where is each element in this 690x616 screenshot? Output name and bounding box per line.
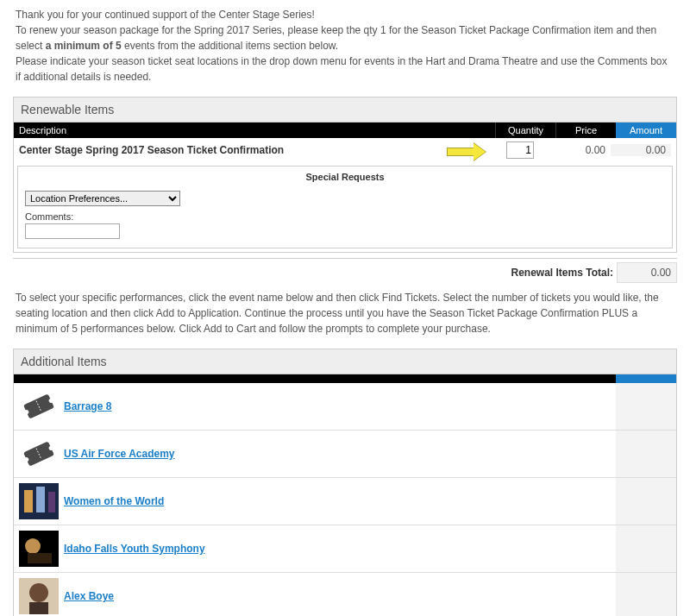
- comments-label: Comments:: [25, 211, 665, 222]
- renewable-panel: Renewable Items Description Quantity Pri…: [13, 97, 677, 253]
- list-item: Alex Boye: [14, 573, 676, 616]
- svg-point-13: [25, 538, 41, 554]
- arrow-icon: [447, 143, 488, 160]
- intro-text: Thank you for your continued support of …: [0, 0, 690, 88]
- renewal-total-value: 0.00: [617, 262, 677, 283]
- list-item: Barrage 8: [14, 383, 676, 431]
- special-requests-title: Special Requests: [25, 172, 665, 182]
- event-link-idaho[interactable]: Idaho Falls Youth Symphony: [64, 543, 616, 555]
- ticket-icon: [19, 436, 59, 472]
- quantity-input[interactable]: [506, 141, 534, 159]
- col-price: Price: [555, 123, 616, 138]
- intro-line2c: events from the additional items section…: [122, 40, 338, 52]
- svg-rect-11: [48, 492, 55, 512]
- renewal-total-label: Renewal Items Total:: [511, 267, 613, 279]
- item-description: Center Stage Spring 2017 Season Ticket C…: [19, 144, 490, 156]
- item-price: 0.00: [550, 144, 611, 156]
- event-thumbnail: [19, 483, 59, 519]
- list-item: Idaho Falls Youth Symphony: [14, 525, 676, 573]
- location-select[interactable]: Location Preferences...: [25, 191, 180, 206]
- event-thumbnail: [19, 531, 59, 567]
- ticket-icon: [19, 388, 59, 424]
- svg-rect-14: [28, 553, 52, 563]
- renewable-header: Renewable Items: [14, 97, 676, 123]
- item-qty-cell: [490, 141, 550, 159]
- col-quantity: Quantity: [495, 123, 555, 138]
- list-amount-col: [616, 525, 676, 572]
- comments-input[interactable]: [25, 223, 120, 239]
- svg-point-16: [29, 583, 48, 602]
- event-link-usaf[interactable]: US Air Force Academy: [64, 448, 616, 460]
- special-requests-panel: Special Requests Location Preferences...…: [17, 166, 673, 248]
- item-amount: 0.00: [611, 144, 671, 156]
- middle-text: To select your specific performances, cl…: [0, 283, 690, 340]
- list-item: US Air Force Academy: [14, 431, 676, 478]
- event-link-women[interactable]: Women of the World: [64, 495, 616, 507]
- col-amount: Amount: [616, 123, 676, 138]
- renewable-table-header: Description Quantity Price Amount: [14, 123, 676, 138]
- additional-panel: Additional Items Barrage 8 US Air Force …: [13, 349, 677, 616]
- list-item: Women of the World: [14, 478, 676, 525]
- additional-header: Additional Items: [14, 349, 676, 374]
- additional-header-bar: [14, 374, 676, 383]
- svg-rect-17: [29, 602, 48, 614]
- event-link-alex[interactable]: Alex Boye: [64, 590, 616, 602]
- renewable-item-row: Center Stage Spring 2017 Season Ticket C…: [14, 138, 676, 162]
- svg-rect-10: [36, 487, 45, 512]
- intro-line2b: a minimum of 5: [46, 40, 122, 52]
- list-amount-col: [616, 431, 676, 477]
- item-desc-text: Center Stage Spring 2017 Season Ticket C…: [19, 144, 284, 156]
- event-thumbnail: [19, 578, 59, 614]
- renewal-total-row: Renewal Items Total: 0.00: [13, 258, 677, 283]
- event-link-barrage[interactable]: Barrage 8: [64, 400, 616, 412]
- list-amount-col: [616, 383, 676, 430]
- intro-line3: Please indicate your season ticket seat …: [16, 55, 668, 83]
- list-amount-col: [616, 573, 676, 616]
- svg-rect-9: [24, 490, 33, 512]
- list-amount-col: [616, 478, 676, 525]
- col-description: Description: [14, 123, 495, 138]
- intro-line1: Thank you for your continued support of …: [16, 9, 315, 21]
